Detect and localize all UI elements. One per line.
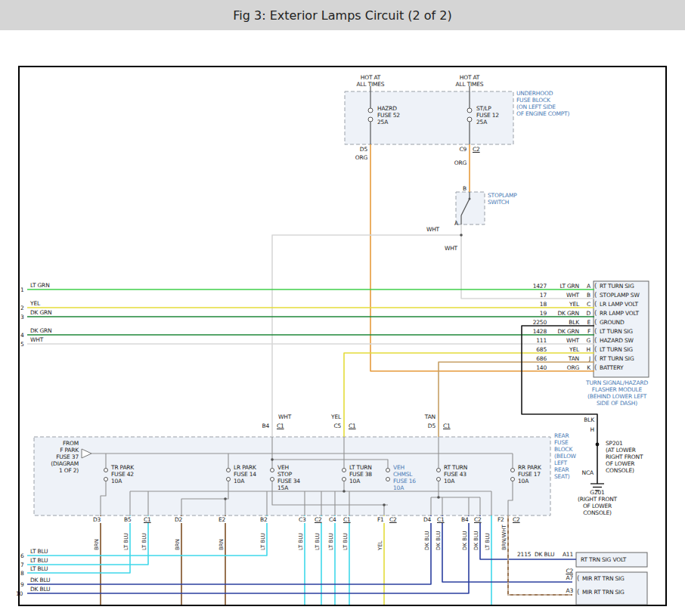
wire-brnwht-mir-a3: [508, 515, 572, 595]
splice-sp201: [596, 443, 600, 447]
wire-wht-switch-to-stop-fuse: [272, 235, 461, 437]
fuse-symbols: [104, 108, 515, 481]
wire-dkblu-10: [27, 515, 469, 593]
wire-org-hazrd-to-battery: [370, 144, 594, 371]
wire-dkblu-2115: [480, 515, 576, 559]
component-boxes: [34, 91, 649, 605]
wire-wht-switch-to-module: [461, 224, 594, 299]
ground-symbol-g201: [590, 484, 604, 491]
rt-trn-sig-volt-box: [576, 553, 647, 567]
diagram-frame: [19, 67, 666, 605]
mirror-module-box: [576, 572, 647, 605]
flasher-module-box: [594, 281, 649, 377]
wire-ltblu-6: [27, 515, 267, 556]
wire-yel-lt-turn-fuse: [344, 353, 594, 437]
wiring-svg: [0, 0, 685, 616]
circuit-wires: [27, 144, 597, 605]
wire-brnwht-stripe: [508, 515, 572, 595]
wire-dkblu-mir-a7: [442, 515, 572, 582]
stoplamp-switch-box: [456, 192, 485, 224]
wire-dkblu-9: [27, 515, 431, 584]
rear-fuse-block-box: [34, 437, 550, 515]
wiring-diagram: Fig 3: Exterior Lamps Circuit (2 of 2): [0, 0, 685, 616]
wire-tan-rt-turn-fuse: [439, 362, 594, 437]
